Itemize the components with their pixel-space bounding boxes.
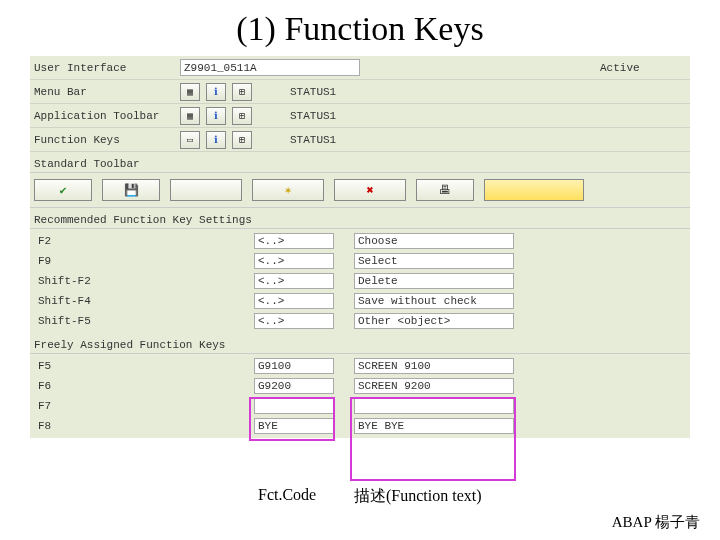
fk-key: F8 xyxy=(34,420,254,432)
fk-key: Shift-F2 xyxy=(34,275,254,287)
recommended-header: Recommended Function Key Settings xyxy=(30,208,690,229)
table-row: F2 <..> Choose xyxy=(34,231,686,251)
standard-toolbar: ✔ 💾 ✶ ✖ 🖶 xyxy=(30,173,690,208)
menu-bar-status: STATUS1 xyxy=(290,86,490,98)
fk-desc[interactable]: Delete xyxy=(354,273,514,289)
tree-icon[interactable]: ⊞ xyxy=(232,131,252,149)
fk-desc[interactable]: SCREEN 9100 xyxy=(354,358,514,374)
expand-icon[interactable]: ▦ xyxy=(180,83,200,101)
sap-screenshot: User Interface Z9901_0511A Active Menu B… xyxy=(30,56,690,438)
recommended-table: F2 <..> Choose F9 <..> Select Shift-F2 <… xyxy=(30,229,690,333)
fk-desc[interactable]: Select xyxy=(354,253,514,269)
save-button[interactable]: 💾 xyxy=(102,179,160,201)
freely-table: F5 G9100 SCREEN 9100 F6 G9200 SCREEN 920… xyxy=(30,354,690,438)
fk-key: F7 xyxy=(34,400,254,412)
user-interface-row: User Interface Z9901_0511A Active xyxy=(30,56,690,80)
fk-code[interactable] xyxy=(254,398,334,414)
cancel-button[interactable]: ✖ xyxy=(334,179,406,201)
collapse-icon[interactable]: ▭ xyxy=(180,131,200,149)
fk-code[interactable]: G9200 xyxy=(254,378,334,394)
function-keys-label: Function Keys xyxy=(30,134,180,146)
fk-key: Shift-F4 xyxy=(34,295,254,307)
disk-icon: 💾 xyxy=(124,183,139,198)
tree-icon[interactable]: ⊞ xyxy=(232,83,252,101)
table-row: Shift-F2 <..> Delete xyxy=(34,271,686,291)
fctcode-annotation: Fct.Code xyxy=(258,486,316,504)
app-toolbar-row: Application Toolbar ▦ ℹ ⊞ STATUS1 xyxy=(30,104,690,128)
fk-code[interactable]: G9100 xyxy=(254,358,334,374)
status-active: Active xyxy=(600,62,690,74)
app-toolbar-label: Application Toolbar xyxy=(30,110,180,122)
fk-key: F2 xyxy=(34,235,254,247)
std-toolbar-header: Standard Toolbar xyxy=(30,152,690,173)
fk-key: F6 xyxy=(34,380,254,392)
check-icon: ✔ xyxy=(59,183,66,198)
highlighted-button[interactable] xyxy=(484,179,584,201)
table-row: Shift-F4 <..> Save without check xyxy=(34,291,686,311)
fk-key: F5 xyxy=(34,360,254,372)
fk-key: Shift-F5 xyxy=(34,315,254,327)
fk-code[interactable]: <..> xyxy=(254,273,334,289)
fk-desc[interactable] xyxy=(354,398,514,414)
exit-icon: ✶ xyxy=(284,183,291,198)
fk-code[interactable]: <..> xyxy=(254,233,334,249)
info-icon[interactable]: ℹ xyxy=(206,107,226,125)
info-icon[interactable]: ℹ xyxy=(206,131,226,149)
fk-code[interactable]: <..> xyxy=(254,293,334,309)
fk-code[interactable]: <..> xyxy=(254,313,334,329)
expand-icon[interactable]: ▦ xyxy=(180,107,200,125)
info-icon[interactable]: ℹ xyxy=(206,83,226,101)
back-button[interactable] xyxy=(170,179,242,201)
enter-button[interactable]: ✔ xyxy=(34,179,92,201)
fk-desc[interactable]: Choose xyxy=(354,233,514,249)
function-keys-row: Function Keys ▭ ℹ ⊞ STATUS1 xyxy=(30,128,690,152)
slide-footer: ABAP 楊子青 xyxy=(612,513,700,532)
freely-header: Freely Assigned Function Keys xyxy=(30,333,690,354)
exit-button[interactable]: ✶ xyxy=(252,179,324,201)
table-row: F7 xyxy=(34,396,686,416)
print-icon: 🖶 xyxy=(439,183,451,198)
table-row: F5 G9100 SCREEN 9100 xyxy=(34,356,686,376)
fk-key: F9 xyxy=(34,255,254,267)
fk-desc[interactable]: Other <object> xyxy=(354,313,514,329)
user-interface-field[interactable]: Z9901_0511A xyxy=(180,59,360,76)
menu-bar-row: Menu Bar ▦ ℹ ⊞ STATUS1 xyxy=(30,80,690,104)
table-row: F6 G9200 SCREEN 9200 xyxy=(34,376,686,396)
tree-icon[interactable]: ⊞ xyxy=(232,107,252,125)
table-row: Shift-F5 <..> Other <object> xyxy=(34,311,686,331)
function-keys-status: STATUS1 xyxy=(290,134,490,146)
app-toolbar-status: STATUS1 xyxy=(290,110,490,122)
fk-desc[interactable]: SCREEN 9200 xyxy=(354,378,514,394)
fk-code[interactable]: BYE xyxy=(254,418,334,434)
table-row: F8 BYE BYE BYE xyxy=(34,416,686,436)
slide-title: (1) Function Keys xyxy=(0,0,720,56)
fk-code[interactable]: <..> xyxy=(254,253,334,269)
fk-desc[interactable]: Save without check xyxy=(354,293,514,309)
desc-annotation: 描述(Function text) xyxy=(354,486,482,507)
menu-bar-label: Menu Bar xyxy=(30,86,180,98)
print-button[interactable]: 🖶 xyxy=(416,179,474,201)
fk-desc[interactable]: BYE BYE xyxy=(354,418,514,434)
user-interface-label: User Interface xyxy=(30,62,180,74)
table-row: F9 <..> Select xyxy=(34,251,686,271)
cancel-icon: ✖ xyxy=(366,183,373,198)
